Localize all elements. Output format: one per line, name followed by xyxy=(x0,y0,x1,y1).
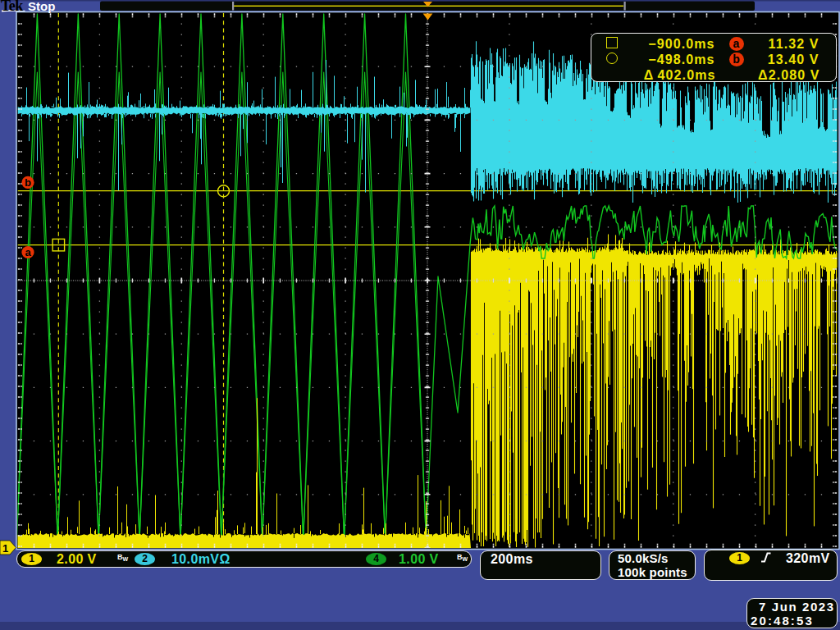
svg-text:1: 1 xyxy=(2,542,8,555)
svg-text:a: a xyxy=(25,246,31,258)
svg-text:b: b xyxy=(25,176,31,189)
